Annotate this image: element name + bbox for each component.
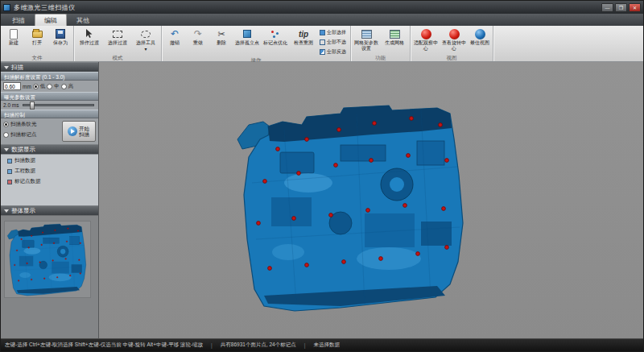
status-separator: | xyxy=(304,342,306,348)
tree-item-marker-data[interactable]: 标记点数据 xyxy=(7,178,98,185)
recheck-button[interactable]: tip 检查重测 xyxy=(290,27,317,56)
select-none-button[interactable]: 全部不选 xyxy=(318,38,349,47)
tab-edit[interactable]: 编辑 xyxy=(35,14,67,26)
minimize-button[interactable]: — xyxy=(601,3,613,12)
scan-mode-marker[interactable]: 扫描标记点 xyxy=(3,131,60,139)
title-bar: 多维激光三维扫描仪 — ❐ ✕ xyxy=(1,1,643,14)
exposure-slider[interactable] xyxy=(23,104,94,106)
window-title: 多维激光三维扫描仪 xyxy=(14,3,76,12)
marker-dots-icon xyxy=(270,30,280,38)
overview-panel-header[interactable]: 整体显示 xyxy=(1,205,98,215)
chevron-down-icon: ▾ xyxy=(144,47,147,52)
best-view-icon xyxy=(475,29,485,39)
window-controls: — ❐ ✕ xyxy=(601,3,641,12)
collapse-icon xyxy=(4,66,9,69)
stripe-radio[interactable] xyxy=(3,122,9,127)
new-button[interactable]: 新建 xyxy=(2,27,25,54)
open-folder-icon xyxy=(32,31,43,38)
data-node-icon xyxy=(7,159,12,164)
status-separator: | xyxy=(211,342,213,348)
data-node-icon xyxy=(7,180,12,184)
group-label-func: 功能 xyxy=(353,54,408,61)
scanned-model xyxy=(99,62,644,340)
data-panel-header[interactable]: 数据显示 xyxy=(1,144,98,154)
mesh-grid-icon xyxy=(361,30,372,39)
exposure-slider-thumb[interactable] xyxy=(30,101,35,110)
collapse-icon xyxy=(4,209,9,213)
select-all-button[interactable]: 全部选择 xyxy=(318,28,349,37)
scissors-icon: ✂ xyxy=(217,28,225,39)
select-isolated-button[interactable]: 选择孤立点 xyxy=(233,27,261,56)
viewport-3d[interactable] xyxy=(99,62,643,338)
ribbon-group-ops: ↶ 撤销 ↷ 重做 ✂ 删除 选择孤立点 标记点优化 tip 检查重测 xyxy=(162,26,351,61)
selection-status: 未选择数据 xyxy=(313,342,340,349)
app-icon xyxy=(3,4,10,11)
resolution-radio-high[interactable] xyxy=(61,84,67,89)
select-none-icon xyxy=(320,39,325,45)
save-as-button[interactable]: 保存为 xyxy=(49,27,72,54)
resolution-header: 扫描解析度设置 (0.1 - 3.0) xyxy=(1,72,98,81)
open-button[interactable]: 打开 xyxy=(26,27,48,54)
rotate-center-button[interactable]: 查看旋转中心 xyxy=(440,27,468,54)
tab-scan[interactable]: 扫描 xyxy=(3,14,34,26)
marker-optimize-button[interactable]: 标记点优化 xyxy=(262,27,289,56)
selection-stack: 全部选择 全部不选 全部反选 xyxy=(318,27,349,56)
scan-control-header: 扫描控制 xyxy=(1,110,98,118)
maximize-button[interactable]: ❐ xyxy=(615,3,627,12)
mesh-count: 共有86931个面片点, 24个标记点 xyxy=(221,342,296,349)
group-label-mode: 模式 xyxy=(76,54,159,61)
undo-icon: ↶ xyxy=(171,28,179,39)
mesh-params-button[interactable]: 网格架参数设置 xyxy=(353,27,380,54)
resolution-radio-mid[interactable] xyxy=(47,84,52,89)
delete-button[interactable]: ✂ 删除 xyxy=(210,27,233,56)
tip-logo: tip xyxy=(299,28,308,39)
select-invert-icon xyxy=(320,49,325,55)
tab-other[interactable]: 其他 xyxy=(68,14,98,26)
selection-rect-icon xyxy=(113,31,122,38)
generate-mesh-icon xyxy=(390,30,400,39)
select-tool-button[interactable]: 选择工具 ▾ xyxy=(132,27,159,54)
resolution-unit: mm xyxy=(23,84,31,89)
main-area: 扫描 扫描解析度设置 (0.1 - 3.0) mm 低 中 高 曝光参数设置 2… xyxy=(1,62,643,338)
resolution-radio-low[interactable] xyxy=(33,84,39,89)
fit-view-center-button[interactable]: 适配观察中心 xyxy=(412,27,440,54)
scan-mode-stripe[interactable]: 扫描条纹光 xyxy=(3,121,60,128)
fit-center-icon xyxy=(421,29,431,39)
mouse-hints: 左键-选择 Ctrl+左键-取消选择 Shift+左键-仅选当前 中键-旋转 A… xyxy=(5,342,203,349)
generate-mesh-button[interactable]: 生成网格 xyxy=(381,27,408,54)
cursor-icon xyxy=(85,29,93,39)
resolution-input[interactable] xyxy=(3,82,21,90)
ribbon-group-mode: 操作过渡 选择过渡 选择工具 ▾ 模式 xyxy=(74,26,162,61)
undo-button[interactable]: ↶ 撤销 xyxy=(163,27,186,56)
exposure-row: 2.0 ms xyxy=(1,101,98,110)
start-scan-button[interactable]: 开始扫描 xyxy=(62,121,96,142)
select-mode-button[interactable]: 选择过渡 xyxy=(104,27,131,54)
lasso-icon xyxy=(141,31,151,38)
select-invert-button[interactable]: 全部反选 xyxy=(318,48,349,56)
ribbon-group-view: 适配观察中心 查看旋转中心 最佳视图 视图 xyxy=(411,26,493,61)
ribbon-group-func: 网格架参数设置 生成网格 功能 xyxy=(351,26,411,61)
marker-radio[interactable] xyxy=(3,132,9,138)
resolution-row: mm 低 中 高 xyxy=(1,81,98,92)
tree-item-project-data[interactable]: 工程数据 xyxy=(7,168,98,175)
ribbon-tab-bar: 扫描 编辑 其他 xyxy=(1,14,643,26)
new-document-icon xyxy=(10,29,18,39)
close-button[interactable]: ✕ xyxy=(629,3,641,12)
scan-control-row: 扫描条纹光 扫描标记点 开始扫描 xyxy=(1,118,98,144)
save-icon xyxy=(56,29,65,39)
overview-thumbnail[interactable] xyxy=(1,215,98,338)
cube-icon xyxy=(243,30,251,38)
scan-panel-header[interactable]: 扫描 xyxy=(1,62,98,72)
ribbon: 新建 打开 保存为 文件 操作过渡 xyxy=(1,26,643,62)
operate-mode-button[interactable]: 操作过渡 xyxy=(76,27,103,54)
model-thumbnail xyxy=(4,221,91,298)
rotate-center-icon xyxy=(449,29,460,39)
ribbon-group-file: 新建 打开 保存为 文件 xyxy=(1,26,74,61)
redo-button[interactable]: ↷ 重做 xyxy=(187,27,209,56)
exposure-value: 2.0 ms xyxy=(3,102,19,108)
play-icon xyxy=(68,126,77,136)
tree-item-scan-data[interactable]: 扫描数据 xyxy=(7,157,98,164)
select-all-icon xyxy=(320,30,325,35)
best-view-button[interactable]: 最佳视图 xyxy=(469,27,491,54)
status-bar: 左键-选择 Ctrl+左键-取消选择 Shift+左键-仅选当前 中键-旋转 A… xyxy=(1,338,643,351)
